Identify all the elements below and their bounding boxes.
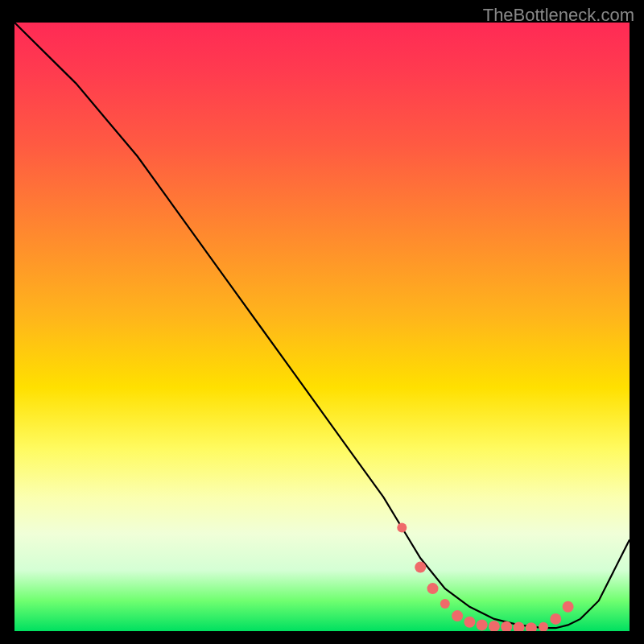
plot-gradient-background	[14, 23, 630, 631]
marker-dot	[452, 610, 463, 621]
marker-dot	[440, 599, 450, 609]
marker-dot	[477, 619, 488, 630]
marker-dot	[539, 622, 548, 631]
marker-dot	[397, 523, 407, 533]
marker-dot	[501, 621, 512, 631]
bottleneck-curve	[14, 23, 630, 628]
chart-container: TheBottleneck.com	[0, 0, 644, 644]
watermark-text: TheBottleneck.com	[483, 5, 634, 26]
chart-svg	[14, 23, 630, 631]
marker-dot	[427, 583, 439, 594]
marker-dot	[415, 562, 426, 573]
marker-dot	[464, 617, 475, 628]
marker-dot	[514, 622, 525, 632]
marker-group	[397, 523, 573, 632]
marker-dot	[489, 621, 500, 631]
marker-dot	[526, 622, 537, 631]
marker-dot	[550, 613, 561, 625]
marker-dot	[563, 601, 574, 613]
